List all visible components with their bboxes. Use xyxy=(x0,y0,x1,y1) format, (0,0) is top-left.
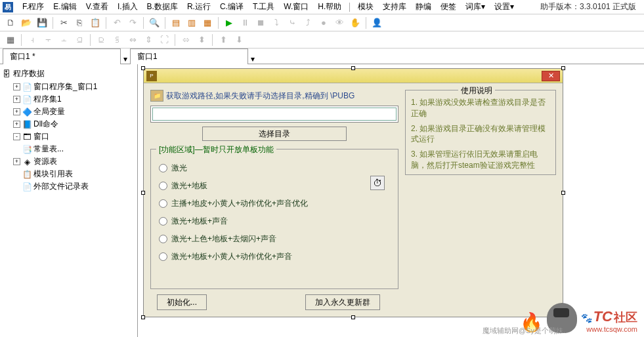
align-right-icon[interactable]: ⫠ xyxy=(57,33,70,47)
tree-node[interactable]: +📄窗口程序集_窗口1 xyxy=(13,81,135,93)
feature-radio[interactable]: 激光+地板+小黄人+动作优化+声音 xyxy=(159,251,390,262)
tab-dropdown[interactable]: ▾ xyxy=(121,54,130,64)
step-out-icon[interactable]: ⤴ xyxy=(301,16,314,30)
undo-icon[interactable]: ↶ xyxy=(110,16,123,30)
watch-icon[interactable]: 👁 xyxy=(333,16,346,30)
hspace-icon[interactable]: ⬄ xyxy=(179,33,192,47)
send-back-icon[interactable]: ⬇ xyxy=(232,33,246,47)
vspace-icon[interactable]: ⬍ xyxy=(195,33,208,47)
layout3-icon[interactable]: ▦ xyxy=(201,16,214,30)
align-middle-icon[interactable]: ⫒ xyxy=(95,33,108,47)
feature-radio[interactable]: 激光+地板 xyxy=(159,180,390,191)
expand-icon[interactable]: + xyxy=(13,108,20,115)
toolbar-separator xyxy=(218,17,219,29)
toolbar-separator xyxy=(21,34,22,46)
menu-static[interactable]: 静编 xyxy=(412,0,435,14)
menu-run[interactable]: R.运行 xyxy=(183,0,215,14)
redo-icon[interactable]: ↷ xyxy=(126,16,139,30)
tree-node[interactable]: 📄外部文件记录表 xyxy=(13,180,135,193)
menu-support-lib[interactable]: 支持库 xyxy=(379,0,410,14)
menu-window[interactable]: W.窗口 xyxy=(280,0,312,14)
expand-icon[interactable]: + xyxy=(13,96,20,103)
menu-settings[interactable]: 设置▾ xyxy=(490,0,518,14)
select-dir-button[interactable]: 选择目录 xyxy=(202,127,347,141)
radio-input[interactable] xyxy=(159,235,167,243)
join-group-button[interactable]: 加入永久更新群 xyxy=(305,294,380,310)
path-input-border xyxy=(150,106,398,123)
stop-icon[interactable]: ⏹ xyxy=(254,16,267,30)
align-bottom-icon[interactable]: ⫓ xyxy=(110,33,123,47)
find-icon[interactable]: 🔍 xyxy=(148,16,161,30)
align-left-icon[interactable]: ⫞ xyxy=(26,33,39,47)
design-form-window[interactable]: P ✕ 📁 获取游戏路径,如果失败请手动选择目录,精确到 \PUBG 选择目录 … xyxy=(143,68,563,317)
save-icon[interactable]: 💾 xyxy=(35,16,49,30)
menu-edit[interactable]: E.编辑 xyxy=(49,0,80,14)
step-into-icon[interactable]: ⤷ xyxy=(286,16,299,30)
form-designer[interactable]: P ✕ 📁 获取游戏路径,如果失败请手动选择目录,精确到 \PUBG 选择目录 … xyxy=(138,64,644,337)
align-center-h-icon[interactable]: ⫟ xyxy=(41,33,54,47)
expand-icon[interactable]: + xyxy=(13,121,20,128)
menu-insert[interactable]: I.插入 xyxy=(114,0,142,14)
tree-item-label: 窗口程序集_窗口1 xyxy=(33,81,97,92)
tree-node[interactable]: 📋模块引用表 xyxy=(13,168,135,180)
layout1-icon[interactable]: ▤ xyxy=(169,16,182,30)
tree-node[interactable]: +📄程序集1 xyxy=(13,93,135,106)
menu-tools[interactable]: T.工具 xyxy=(249,0,278,14)
run-icon[interactable]: ▶ xyxy=(223,16,236,30)
layout2-icon[interactable]: ▥ xyxy=(185,16,198,30)
toolbar-separator xyxy=(53,17,53,29)
tree-node[interactable]: -🗔窗口 xyxy=(13,130,135,143)
feature-radio[interactable]: 激光+上色+地板+去烟闪+声音 xyxy=(159,233,390,245)
assistant-icon[interactable]: 👤 xyxy=(370,16,383,30)
copy-icon[interactable]: ⎘ xyxy=(73,16,86,30)
tree-node[interactable]: +📘Dll命令 xyxy=(13,118,135,130)
feature-radio[interactable]: 激光+地板+声音 xyxy=(159,216,390,227)
tree-item-label: 资源表 xyxy=(33,156,57,167)
tab-window1-modified[interactable]: 窗口1 * xyxy=(3,49,121,64)
same-size-icon[interactable]: ⛶ xyxy=(158,33,171,47)
breakpoint-icon[interactable]: ● xyxy=(317,16,330,30)
bring-front-icon[interactable]: ⬆ xyxy=(217,33,230,47)
paste-icon[interactable]: 📋 xyxy=(89,16,102,30)
usage-group-box: 使用说明 1. 如果游戏没效果请检查游戏目录是否正确2. 如果游戏目录正确没有效… xyxy=(405,90,556,175)
menu-module[interactable]: 模块 xyxy=(354,0,377,14)
radio-input[interactable] xyxy=(159,252,167,261)
tree-root[interactable]: 🗄 程序数据 xyxy=(3,67,135,81)
radio-input[interactable] xyxy=(159,164,167,172)
radio-input[interactable] xyxy=(159,217,167,226)
menu-program[interactable]: F.程序 xyxy=(18,0,48,14)
same-width-icon[interactable]: ⇔ xyxy=(126,33,139,47)
open-file-icon[interactable]: 📂 xyxy=(20,16,33,30)
radio-input[interactable] xyxy=(159,182,167,190)
radio-input[interactable] xyxy=(159,199,167,208)
cut-icon[interactable]: ✂ xyxy=(57,16,70,30)
expand-icon[interactable]: + xyxy=(13,83,20,90)
menu-help[interactable]: H.帮助 xyxy=(314,0,345,14)
menu-notes[interactable]: 便签 xyxy=(437,0,460,14)
menu-compile[interactable]: C.编译 xyxy=(216,0,247,14)
game-path-input[interactable] xyxy=(152,108,397,121)
feature-radio[interactable]: 主播+地皮+小黄人+动作优化+声音优化 xyxy=(159,198,390,209)
menu-view[interactable]: V.查看 xyxy=(82,0,112,14)
new-file-icon[interactable]: 🗋 xyxy=(4,16,17,30)
init-button[interactable]: 初始化... xyxy=(157,294,207,310)
toolbar-separator xyxy=(106,17,106,29)
align-top-icon[interactable]: ⫑ xyxy=(73,33,86,47)
expand-icon[interactable]: + xyxy=(13,158,20,165)
tab-window1[interactable]: 窗口1 xyxy=(130,49,248,64)
close-icon[interactable]: ✕ xyxy=(542,71,560,81)
step-over-icon[interactable]: ⤵ xyxy=(270,16,283,30)
menu-vocab[interactable]: 词库▾ xyxy=(462,0,489,14)
expand-icon[interactable]: - xyxy=(13,133,20,140)
hand-icon[interactable]: ✋ xyxy=(349,16,362,30)
grid-icon[interactable]: ▦ xyxy=(4,33,17,47)
tab-dropdown[interactable]: ▾ xyxy=(248,54,257,64)
tree-node[interactable]: +🔷全局变量 xyxy=(13,106,135,118)
feature-radio[interactable]: 激光 xyxy=(159,163,390,174)
form-title-bar[interactable]: P ✕ xyxy=(144,69,563,83)
same-height-icon[interactable]: ⇕ xyxy=(142,33,155,47)
pause-icon[interactable]: ⏸ xyxy=(238,16,251,30)
menu-database[interactable]: B.数据库 xyxy=(143,0,182,14)
tree-node[interactable]: +◈资源表 xyxy=(13,155,135,168)
tree-node[interactable]: 📑常量表... xyxy=(13,143,135,155)
